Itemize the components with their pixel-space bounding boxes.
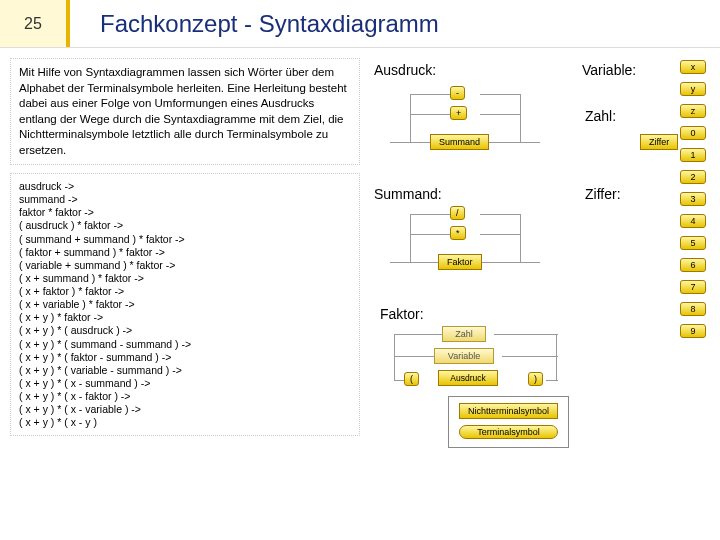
slide-body: Mit Hilfe von Syntaxdiagrammen lassen si… <box>0 48 720 436</box>
digit-5-terminal: 5 <box>680 236 706 250</box>
plus-terminal: + <box>450 106 467 120</box>
slide-number: 25 <box>0 0 70 47</box>
digit-8-terminal: 8 <box>680 302 706 316</box>
digit-2-terminal: 2 <box>680 170 706 184</box>
digit-0-terminal: 0 <box>680 126 706 140</box>
zahl-alt-nonterminal: Zahl <box>442 326 486 342</box>
close-paren-terminal: ) <box>528 372 543 386</box>
right-column: Ausdruck: - + Summand Summand: <box>370 58 710 436</box>
open-paren-terminal: ( <box>404 372 419 386</box>
star-terminal: * <box>450 226 466 240</box>
terminal-column: x y z 0 1 2 3 4 5 6 7 8 9 <box>680 60 706 338</box>
legend-box: Nichtterminalsymbol Terminalsymbol <box>448 396 569 448</box>
slide-title: Fachkonzept - Syntaxdiagramm <box>70 10 720 38</box>
digit-6-terminal: 6 <box>680 258 706 272</box>
variable-label: Variable: <box>582 62 636 78</box>
slide-header: 25 Fachkonzept - Syntaxdiagramm <box>0 0 720 48</box>
zahl-label: Zahl: <box>585 108 616 124</box>
summand-diagram: / * Faktor <box>390 206 540 292</box>
ausdruck-label: Ausdruck: <box>374 62 436 78</box>
var-x-terminal: x <box>680 60 706 74</box>
var-y-terminal: y <box>680 82 706 96</box>
digit-4-terminal: 4 <box>680 214 706 228</box>
ausdruck-diagram: - + Summand <box>390 86 540 172</box>
legend-nonterminal: Nichtterminalsymbol <box>459 403 558 419</box>
legend-terminal: Terminalsymbol <box>459 425 558 439</box>
minus-terminal: - <box>450 86 465 100</box>
digit-7-terminal: 7 <box>680 280 706 294</box>
ziffer-label: Ziffer: <box>585 186 621 202</box>
faktor-nonterminal: Faktor <box>438 254 482 270</box>
slash-terminal: / <box>450 206 465 220</box>
variable-alt-nonterminal: Variable <box>434 348 494 364</box>
faktor-label: Faktor: <box>380 306 424 322</box>
summand-nonterminal: Summand <box>430 134 489 150</box>
ausdruck-inner-nonterminal: Ausdruck <box>438 370 498 386</box>
var-z-terminal: z <box>680 104 706 118</box>
derivation-steps: ausdruck -> summand -> faktor * faktor -… <box>10 173 360 436</box>
left-column: Mit Hilfe von Syntaxdiagrammen lassen si… <box>10 58 360 436</box>
digit-1-terminal: 1 <box>680 148 706 162</box>
slide: 25 Fachkonzept - Syntaxdiagramm Mit Hilf… <box>0 0 720 540</box>
summand-label: Summand: <box>374 186 442 202</box>
digit-3-terminal: 3 <box>680 192 706 206</box>
digit-9-terminal: 9 <box>680 324 706 338</box>
intro-text: Mit Hilfe von Syntaxdiagrammen lassen si… <box>10 58 360 165</box>
ziffer-nonterminal: Ziffer <box>640 134 678 150</box>
